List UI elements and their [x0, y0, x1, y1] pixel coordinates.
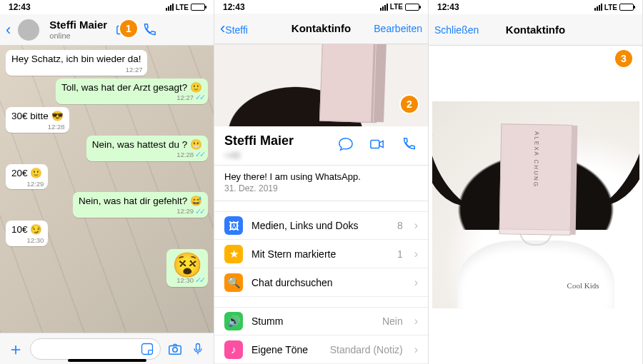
chevron-right-icon: › — [414, 248, 418, 261]
message-out[interactable]: Nein, was hattest du ? 😬12:28✓✓ — [86, 136, 208, 161]
annotation-badge-2: 2 — [401, 96, 418, 113]
read-ticks-icon: ✓✓ — [195, 207, 204, 217]
row-icon: ♪ — [224, 340, 243, 359]
row-tail: Standard (Notiz) — [330, 344, 403, 355]
message-text: Hey Schatz, ich bin wieder da! — [11, 54, 141, 64]
row-tail: 8 — [397, 220, 403, 231]
message-text: 30€ bitte 😎 — [11, 111, 64, 121]
chat-body[interactable]: Hey Schatz, ich bin wieder da!12:27Toll,… — [0, 46, 214, 333]
svg-rect-5 — [371, 141, 379, 148]
svg-rect-1 — [142, 343, 153, 354]
row-label: Mit Stern markierte — [251, 248, 389, 260]
attach-button[interactable]: ＋ — [7, 338, 24, 360]
message-meta: 12:27✓✓ — [176, 93, 204, 103]
status-time: 12:43 — [9, 2, 31, 12]
profile-photo[interactable]: 2 — [214, 44, 428, 126]
svg-rect-4 — [196, 343, 200, 350]
presence: online — [49, 31, 107, 40]
annotation-badge-3: 3 — [615, 50, 632, 67]
back-button[interactable]: ‹Steffi — [220, 21, 248, 36]
message-text: 10€ 😏 — [11, 224, 42, 235]
annotation-badge-1: 1 — [120, 20, 137, 37]
message-text: 😵 — [172, 251, 202, 278]
list-item[interactable]: 🔊StummNein› — [214, 307, 428, 335]
book-title: ALEXA CHUNG — [532, 131, 539, 188]
message-meta: 12:30✓✓ — [176, 275, 204, 285]
photo-screen: 12:43 LTE Schließen Kontaktinfo 3 ALEXA … — [429, 0, 643, 364]
message-in[interactable]: 10€ 😏12:30 — [6, 221, 48, 246]
message-meta: 12:29✓✓ — [176, 207, 204, 217]
row-label: Eigene Töne — [251, 344, 322, 355]
close-button[interactable]: Schließen — [434, 24, 479, 36]
message-out[interactable]: Toll, was hat der Arzt gesagt? 🙂12:27✓✓ — [56, 79, 208, 104]
mic-button[interactable] — [189, 342, 206, 356]
back-button[interactable]: ‹ — [6, 22, 11, 38]
message-in[interactable]: 30€ bitte 😎12:28 — [6, 107, 69, 133]
row-label: Stumm — [251, 315, 374, 327]
row-icon: 🖼 — [224, 216, 243, 235]
message-in[interactable]: 20€ 🙂12:29 — [6, 164, 48, 190]
message-text: Nein, was hattest du ? 😬 — [92, 139, 202, 150]
voice-call-icon[interactable] — [399, 135, 418, 153]
list-item[interactable]: ★Mit Stern markierte1› — [214, 240, 428, 268]
read-ticks-icon: ✓✓ — [195, 150, 204, 160]
action-row — [337, 135, 418, 153]
battery-icon — [405, 4, 419, 11]
chevron-right-icon: › — [414, 276, 418, 289]
message-meta: 12:29 — [27, 180, 44, 188]
voice-call-icon[interactable] — [140, 21, 159, 39]
read-ticks-icon: ✓✓ — [195, 93, 204, 103]
edit-button[interactable]: Bearbeiten — [374, 23, 422, 34]
contact-info-screen: 12:43 LTE ‹Steffi Kontaktinfo Bearbeiten… — [214, 0, 429, 364]
read-ticks-icon: ✓✓ — [195, 275, 204, 285]
message-meta: 12:27 — [126, 66, 143, 74]
row-label: Chat durchsuchen — [251, 277, 394, 288]
message-icon[interactable] — [337, 135, 355, 153]
photo-area[interactable]: ALEXA CHUNG Cool Kids — [429, 46, 642, 364]
network-type: LTE — [604, 4, 617, 11]
message-in[interactable]: Hey Schatz, ich bin wieder da!12:27 — [6, 50, 147, 76]
avatar[interactable] — [18, 19, 39, 41]
status-time: 12:43 — [437, 2, 459, 12]
contact-name: Steffi Maier — [49, 19, 107, 31]
row-label: Medien, Links und Doks — [251, 220, 389, 231]
network-type: LTE — [390, 3, 403, 11]
row-icon: ★ — [224, 245, 243, 263]
list-item[interactable]: 🖼Medien, Links und Doks8› — [214, 211, 428, 240]
full-photo: ALEXA CHUNG Cool Kids — [432, 101, 639, 308]
signal-icon — [380, 4, 388, 11]
home-indicator[interactable] — [68, 359, 146, 362]
page-title: Kontaktinfo — [486, 24, 585, 36]
shirt-text: Cool Kids — [567, 281, 599, 290]
chat-title[interactable]: Steffi Maier online — [49, 19, 107, 40]
message-meta: 12:28 — [48, 123, 65, 131]
contact-header: Steffi Maier +49 — [214, 126, 428, 166]
list-item[interactable]: ♪Eigene TöneStandard (Notiz)› — [214, 335, 428, 364]
message-meta: 12:30 — [27, 236, 44, 245]
row-tail: 1 — [397, 248, 403, 260]
camera-button[interactable] — [166, 341, 184, 357]
status-bar: 12:43 LTE — [429, 0, 642, 14]
message-input[interactable] — [30, 338, 161, 360]
battery-icon — [191, 4, 205, 11]
message-text: 20€ 🙂 — [11, 168, 42, 178]
row-tail: Nein — [382, 315, 403, 327]
info-section-2: 🔊StummNein›♪Eigene TöneStandard (Notiz)› — [214, 307, 428, 364]
chevron-right-icon: › — [414, 315, 418, 328]
message-meta: 12:28✓✓ — [176, 150, 204, 160]
status-bar: 12:43 LTE — [0, 0, 214, 14]
photo-navbar: Schließen Kontaktinfo — [429, 14, 642, 46]
video-call-icon[interactable] — [368, 135, 387, 153]
status-time: 12:43 — [223, 2, 245, 12]
page-title: Kontaktinfo — [271, 22, 371, 34]
status-bar: 12:43 LTE — [214, 0, 428, 14]
list-item[interactable]: 🔍Chat durchsuchen› — [214, 268, 428, 297]
message-out[interactable]: 😵12:30✓✓ — [166, 249, 208, 287]
info-navbar: ‹Steffi Kontaktinfo Bearbeiten — [214, 14, 428, 44]
sticker-icon[interactable] — [140, 342, 154, 356]
message-list: Hey Schatz, ich bin wieder da!12:27Toll,… — [0, 46, 214, 291]
message-text: Toll, was hat der Arzt gesagt? 🙂 — [61, 82, 202, 93]
chevron-right-icon: › — [414, 343, 418, 356]
message-out[interactable]: Nein, was hat dir gefehlt? 😅12:29✓✓ — [73, 192, 208, 218]
row-icon: 🔊 — [224, 312, 243, 330]
